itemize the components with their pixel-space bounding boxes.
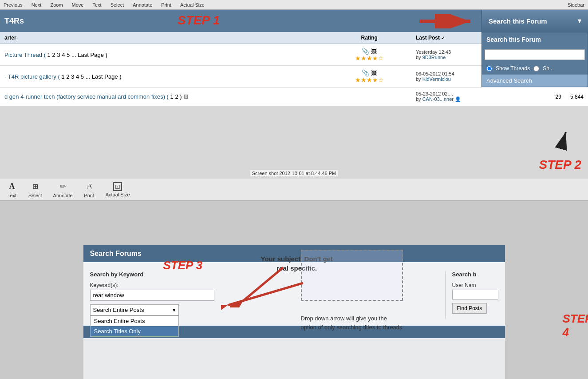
search-right-title: Search b bbox=[452, 271, 498, 278]
search-forum-button[interactable]: Search this Forum ▾ bbox=[481, 10, 588, 32]
dropdown-arrow-icon: ▾ bbox=[578, 17, 581, 25]
toolbar2-select-label: Select bbox=[28, 193, 42, 198]
toolbar2-select[interactable]: ⊞ Select bbox=[28, 181, 42, 198]
search-right: Search b User Nam Find Posts bbox=[445, 271, 498, 319]
search-panel-title: Search this Forum bbox=[482, 32, 588, 47]
username-label: User Nam bbox=[452, 282, 498, 288]
keyword-input[interactable] bbox=[90, 290, 214, 301]
annotate-icon: ✏ bbox=[58, 181, 68, 192]
page-link[interactable]: 5 bbox=[67, 52, 70, 58]
toolbar2: A Text ⊞ Select ✏ Annotate 🖨 Print ⊡ Act… bbox=[0, 179, 588, 201]
advanced-search-link[interactable]: Advanced Search bbox=[482, 74, 588, 87]
attachment-icon: 📎 bbox=[362, 48, 369, 55]
page-link[interactable]: 4 bbox=[76, 73, 79, 80]
dropdown-current-value: Search Entire Posts bbox=[93, 307, 173, 313]
actual-size-icon: ⊡ bbox=[113, 182, 122, 191]
last-page-link[interactable]: Last Page bbox=[92, 73, 118, 80]
views-cell: 5,844 bbox=[566, 88, 588, 106]
search-left: Search by Keyword Keyword(s): Search Ent… bbox=[90, 271, 436, 319]
show-threads-radio[interactable] bbox=[486, 66, 492, 72]
search-type-dropdown[interactable]: Search Entire Posts ▾ bbox=[90, 304, 179, 315]
step2-arrow bbox=[521, 108, 575, 152]
toolbar-text[interactable]: Text bbox=[92, 2, 101, 8]
keyword-label: Keyword(s): bbox=[90, 282, 436, 288]
dropdown-option-entire-posts[interactable]: Search Entire Posts bbox=[91, 316, 178, 326]
print-icon: 🖨 bbox=[84, 181, 95, 192]
step2-container: STEP 2 bbox=[539, 158, 581, 172]
thread-link[interactable]: - T4R picture gallery ( bbox=[4, 73, 61, 80]
svg-line-3 bbox=[561, 132, 566, 148]
page-link[interactable]: 3 bbox=[57, 52, 60, 58]
table-row: d gen 4-runner tech (factory service man… bbox=[0, 88, 588, 106]
toolbar-previous[interactable]: Previous bbox=[4, 2, 23, 8]
toolbar2-print-label: Print bbox=[84, 193, 94, 198]
toolbar2-annotate-label: Annotate bbox=[53, 193, 73, 198]
search-type-container: Search Entire Posts ▾ Search Entire Post… bbox=[90, 304, 179, 315]
page-link[interactable]: 2 bbox=[175, 93, 178, 100]
show-threads-label: Show Threads bbox=[496, 65, 530, 72]
step1-arrow bbox=[419, 14, 477, 28]
page-link[interactable]: 4 bbox=[62, 52, 65, 58]
image-icon: 🖼 bbox=[371, 70, 377, 76]
toolbar-sidebar[interactable]: Sidebar bbox=[568, 2, 584, 8]
toolbar-print[interactable]: Print bbox=[161, 2, 171, 8]
rating-col-header: Rating bbox=[327, 32, 411, 44]
find-posts-button[interactable]: Find Posts bbox=[452, 303, 487, 314]
forum-title: T4Rs bbox=[4, 16, 24, 26]
user-link[interactable]: KidVermiciou bbox=[422, 76, 451, 82]
attachment-icon: 📎 bbox=[362, 69, 369, 76]
toolbar-next[interactable]: Next bbox=[32, 2, 42, 8]
step3-label: STEP 3 bbox=[163, 259, 203, 272]
toolbar-move[interactable]: Move bbox=[72, 2, 84, 8]
keyword-row: Keyword(s): bbox=[90, 282, 436, 301]
page-link[interactable]: 1 bbox=[47, 52, 51, 58]
user-link[interactable]: 9D3Runne bbox=[422, 55, 446, 60]
step4-description: Drop down arrow will give you the option… bbox=[301, 314, 403, 331]
page-link[interactable]: 5 bbox=[81, 73, 84, 80]
search-dropdown-overlay: Search Entire Posts Search Titles Only bbox=[90, 315, 179, 337]
step4-label: STEP 4 bbox=[563, 312, 588, 339]
toolbar2-actual-size[interactable]: ⊡ Actual Size bbox=[106, 182, 130, 197]
post-by: by CAN-03...nner 👤 bbox=[416, 96, 547, 102]
top-toolbar: Previous Next Zoom Move Text Select Anno… bbox=[0, 0, 588, 10]
username-input[interactable] bbox=[452, 290, 498, 299]
subject-callout: Your subject. Don't get real specific. bbox=[261, 254, 333, 273]
last-page-link[interactable]: Last Page bbox=[78, 52, 104, 58]
screenshot-bottom: STEP 3 Your subject. Don't get real spec… bbox=[0, 201, 588, 379]
page-link[interactable]: 2 bbox=[66, 73, 69, 80]
thread-link[interactable]: Picture Thread ( bbox=[4, 52, 47, 58]
user-link[interactable]: CAN-03...nner bbox=[422, 96, 454, 102]
toolbar-zoom[interactable]: Zoom bbox=[50, 2, 63, 8]
bottom-content: STEP 3 Your subject. Don't get real spec… bbox=[83, 245, 505, 379]
toolbar2-text[interactable]: A Text bbox=[7, 181, 17, 198]
screenshot-top: T4Rs STEP 1 Search this Forum ▾ arter bbox=[0, 10, 588, 179]
page-link[interactable]: 1 bbox=[61, 73, 64, 80]
toolbar-annotate[interactable]: Annotate bbox=[133, 2, 152, 8]
show-other-radio[interactable] bbox=[533, 66, 539, 72]
page-link[interactable]: 1 bbox=[170, 93, 174, 100]
toolbar2-actual-size-label: Actual Size bbox=[106, 192, 130, 197]
toolbar-actual-size[interactable]: Actual Size bbox=[180, 2, 205, 8]
page-link[interactable]: 2 bbox=[52, 52, 55, 58]
step1-label: STEP 1 bbox=[178, 13, 220, 28]
screenshot-filename: Screen shot 2012-10-01 at 8.44.46 PM bbox=[250, 170, 338, 176]
thread-link[interactable]: d gen 4-runner tech (factory service man… bbox=[4, 93, 170, 100]
toolbar2-annotate[interactable]: ✏ Annotate bbox=[53, 181, 73, 198]
show-other-label: Sh... bbox=[543, 65, 554, 72]
dropdown-option-titles-only[interactable]: Search Titles Only bbox=[91, 326, 178, 336]
page-link[interactable]: 3 bbox=[71, 73, 74, 80]
text-icon: A bbox=[7, 181, 17, 192]
subject-callout-line2: real specific. bbox=[261, 263, 333, 273]
step2-label: STEP 2 bbox=[539, 158, 581, 172]
toolbar2-print[interactable]: 🖨 Print bbox=[84, 181, 95, 198]
rating-stars: ★★★★☆ bbox=[355, 76, 384, 84]
post-date: 05-23-2012 02:... bbox=[416, 91, 547, 96]
toolbar-select[interactable]: Select bbox=[110, 2, 124, 8]
thread-col-header: arter bbox=[0, 32, 327, 44]
search-forum-label: Search this Forum bbox=[489, 17, 547, 25]
replies-cell: 29 bbox=[551, 88, 566, 106]
search-panel: Search this Forum Show Threads Sh... Adv… bbox=[481, 32, 588, 87]
select-icon: ⊞ bbox=[30, 181, 40, 192]
subject-callout-line1: Your subject. Don't get bbox=[261, 254, 333, 263]
search-panel-input[interactable] bbox=[485, 49, 585, 60]
